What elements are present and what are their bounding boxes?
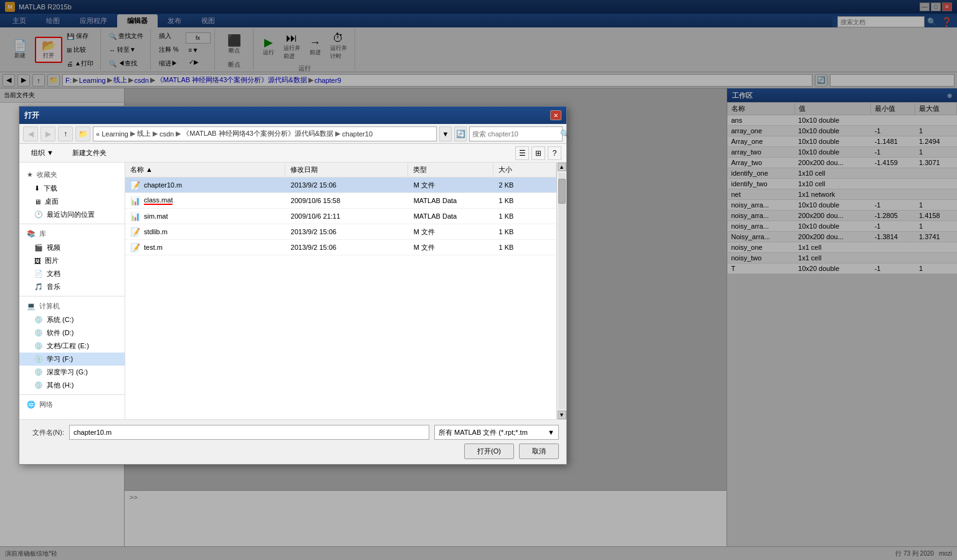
- col-header-name[interactable]: 名称 ▲: [125, 163, 285, 177]
- open-confirm-button[interactable]: 打开(O): [464, 444, 514, 459]
- organize-button[interactable]: 组织 ▼: [24, 146, 60, 160]
- sidebar-item-downloads[interactable]: ⬇ 下载: [19, 182, 125, 195]
- library-icon: 📚: [27, 230, 36, 238]
- e-drive-icon: 💿: [34, 342, 43, 350]
- sidebar-item-d[interactable]: 💿 软件 (D:): [19, 326, 125, 339]
- dialog-path-bar[interactable]: « Learning ▶ 线上 ▶ csdn ▶ 《MATLAB 神经网络43个…: [93, 126, 437, 141]
- file-type-icon: 📝: [130, 242, 140, 252]
- open-dialog: 打开 ✕ ◀ ▶ ↑ 📁 « Learning ▶ 线上 ▶ csdn ▶ 《M…: [19, 106, 567, 465]
- col-header-date[interactable]: 修改日期: [285, 163, 408, 177]
- file-name: 📝 stdlib.m: [125, 227, 286, 237]
- dialog-folder-icon: 📁: [75, 126, 90, 141]
- c-drive-icon: 💿: [34, 316, 43, 324]
- sidebar-library-header[interactable]: 📚 库: [19, 227, 125, 241]
- sidebar-section-computer: 💻 计算机 💿 系统 (C:) 💿 软件 (D:) 💿 文档/工程 (E:): [19, 299, 125, 392]
- file-row[interactable]: 📊 class.mat 2009/10/6 15:58 MATLAB Data …: [125, 193, 556, 209]
- file-row[interactable]: 📝 stdlib.m 2013/9/2 15:06 M 文件 1 KB: [125, 224, 556, 240]
- pictures-label: 图片: [45, 256, 59, 265]
- filename-row: 文件名(N): 所有 MATLAB 文件 (*.rpt;*.tm ▼: [27, 425, 559, 440]
- file-date: 2013/9/2 15:06: [286, 244, 409, 251]
- view-grid-button[interactable]: ⊞: [531, 146, 545, 160]
- e-drive-label: 文档/工程 (E:): [47, 341, 89, 351]
- sidebar-computer-header[interactable]: 💻 计算机: [19, 299, 125, 313]
- view-list-button[interactable]: ☰: [515, 146, 529, 160]
- sidebar-favorites-header[interactable]: ★ 收藏夹: [19, 168, 125, 182]
- music-icon: 🎵: [34, 283, 43, 291]
- docs-icon: 📄: [34, 270, 43, 278]
- scroll-thumb[interactable]: [558, 179, 566, 204]
- sidebar-item-docs[interactable]: 📄 文档: [19, 267, 125, 280]
- file-type-icon: 📝: [130, 227, 140, 237]
- file-size: 1 KB: [493, 197, 556, 204]
- scroll-up-button[interactable]: ▲: [558, 163, 566, 171]
- sidebar-item-e[interactable]: 💿 文档/工程 (E:): [19, 339, 125, 353]
- path-seg-chapter10: chapter10: [342, 130, 373, 138]
- dialog-split: ★ 收藏夹 ⬇ 下载 🖥 桌面 🕐 最近访问的位置: [19, 163, 566, 419]
- file-name: 📝 chapter10.m: [125, 180, 286, 190]
- help-button[interactable]: ?: [548, 146, 561, 160]
- video-label: 视频: [47, 243, 60, 252]
- f-drive-icon: 💿: [34, 355, 43, 363]
- music-label: 音乐: [47, 282, 60, 292]
- sidebar-network-header[interactable]: 🌐 网络: [19, 397, 125, 412]
- sidebar-item-desktop[interactable]: 🖥 桌面: [19, 195, 125, 208]
- dialog-search-input[interactable]: [472, 130, 558, 138]
- cancel-button[interactable]: 取消: [519, 444, 559, 459]
- dialog-search-area: 🔍: [469, 126, 563, 141]
- file-row[interactable]: 📝 chapter10.m 2013/9/2 15:06 M 文件 2 KB: [125, 178, 556, 193]
- dialog-forward-button[interactable]: ▶: [40, 126, 55, 141]
- sidebar-item-recent[interactable]: 🕐 最近访问的位置: [19, 208, 125, 221]
- file-size: 1 KB: [493, 244, 556, 251]
- new-folder-button[interactable]: 新建文件夹: [65, 146, 113, 160]
- dialog-filelist-scroll[interactable]: 📝 chapter10.m 2013/9/2 15:06 M 文件 2 KB 📊…: [125, 178, 556, 419]
- sidebar-item-f[interactable]: 💿 学习 (F:): [19, 353, 125, 366]
- sidebar-section-library: 📚 库 🎬 视频 🖼 图片 📄 文档: [19, 227, 125, 293]
- filetype-dropdown[interactable]: 所有 MATLAB 文件 (*.rpt;*.tm ▼: [434, 425, 559, 440]
- h-drive-label: 其他 (H:): [47, 381, 74, 390]
- d-drive-icon: 💿: [34, 329, 43, 337]
- sidebar-section-favorites: ★ 收藏夹 ⬇ 下载 🖥 桌面 🕐 最近访问的位置: [19, 168, 125, 221]
- dialog-back-button[interactable]: ◀: [23, 126, 38, 141]
- file-type: MATLAB Data: [409, 197, 494, 204]
- file-type: M 文件: [409, 227, 494, 237]
- sidebar-item-h[interactable]: 💿 其他 (H:): [19, 379, 125, 392]
- filetype-label: 所有 MATLAB 文件 (*.rpt;*.tm: [439, 428, 528, 437]
- computer-label: 计算机: [39, 301, 60, 311]
- star-icon: ★: [27, 171, 33, 179]
- favorites-label: 收藏夹: [37, 170, 57, 179]
- scrollbar[interactable]: ▲ ▼: [556, 163, 566, 419]
- file-row[interactable]: 📊 sim.mat 2009/10/6 21:11 MATLAB Data 1 …: [125, 209, 556, 224]
- download-icon: ⬇: [34, 184, 40, 192]
- dialog-close-button[interactable]: ✕: [550, 110, 561, 120]
- dialog-up-button[interactable]: ↑: [58, 126, 73, 141]
- library-label: 库: [39, 229, 46, 239]
- divider-3: [19, 394, 125, 395]
- sidebar-item-music[interactable]: 🎵 音乐: [19, 280, 125, 293]
- file-name: 📝 test.m: [125, 242, 286, 252]
- sidebar-item-video[interactable]: 🎬 视频: [19, 241, 125, 254]
- desktop-label: 桌面: [45, 197, 59, 206]
- sidebar-item-pictures[interactable]: 🖼 图片: [19, 254, 125, 267]
- col-header-type[interactable]: 类型: [408, 163, 493, 177]
- computer-icon: 💻: [27, 302, 36, 310]
- view-controls: ☰ ⊞ ?: [515, 146, 561, 160]
- file-date: 2009/10/6 15:58: [286, 197, 409, 204]
- filename-input[interactable]: [69, 425, 429, 440]
- pictures-icon: 🖼: [34, 257, 41, 265]
- dialog-sidebar: ★ 收藏夹 ⬇ 下载 🖥 桌面 🕐 最近访问的位置: [19, 163, 125, 419]
- col-header-size[interactable]: 大小: [493, 163, 556, 177]
- sidebar-item-g[interactable]: 💿 深度学习 (G:): [19, 366, 125, 379]
- path-dropdown-button[interactable]: ▼: [439, 126, 452, 141]
- file-row[interactable]: 📝 test.m 2013/9/2 15:06 M 文件 1 KB: [125, 240, 556, 255]
- desktop-icon: 🖥: [34, 198, 41, 206]
- file-size: 1 KB: [493, 228, 556, 235]
- search-icon[interactable]: 🔍: [560, 130, 569, 138]
- network-label: 网络: [39, 400, 53, 409]
- sidebar-item-c[interactable]: 💿 系统 (C:): [19, 313, 125, 326]
- file-name: 📊 sim.mat: [125, 211, 286, 221]
- scroll-down-button[interactable]: ▼: [558, 411, 566, 419]
- file-type-icon: 📝: [130, 180, 140, 190]
- downloads-label: 下载: [44, 184, 57, 193]
- refresh-button[interactable]: 🔄: [454, 126, 467, 141]
- path-seg-csdn: csdn: [160, 130, 174, 138]
